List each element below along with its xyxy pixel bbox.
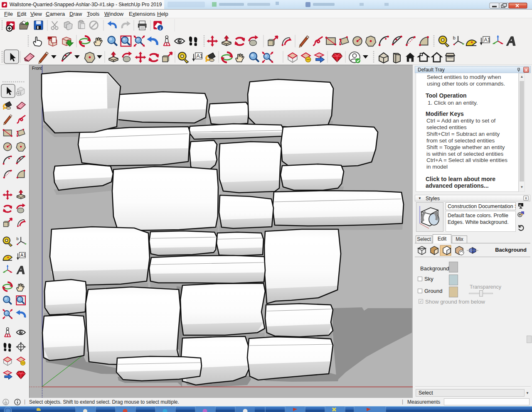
svg-text:Front: Front xyxy=(32,66,42,71)
